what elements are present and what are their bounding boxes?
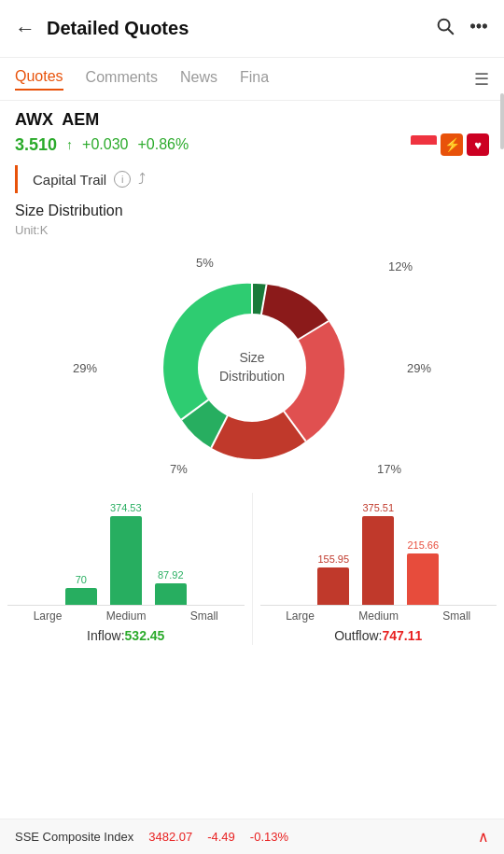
inflow-medium-bar (110, 516, 142, 605)
tab-news[interactable]: News (180, 69, 217, 90)
outflow-medium-value: 375.51 (362, 502, 394, 513)
header-icons (435, 16, 489, 42)
inflow-label-small: Small (190, 609, 218, 623)
back-button[interactable]: ← (15, 17, 35, 41)
bar-charts: 70 374.53 87.92 Large Medium Small Inflo… (0, 493, 504, 645)
info-icon[interactable]: i (114, 171, 131, 188)
inflow-bar-large: 70 (65, 574, 97, 605)
stock-change: +0.030 (82, 136, 128, 153)
unit-label: Unit:K (0, 221, 504, 237)
heart-icon: ♥ (467, 133, 489, 156)
inflow-medium-value: 374.53 (110, 502, 142, 513)
stock-change-pct: +0.86% (137, 136, 189, 153)
inflow-large-value: 70 (76, 574, 87, 585)
stock-arrow: ↑ (66, 137, 73, 152)
inflow-large-bar (65, 588, 97, 605)
inflow-label-medium: Medium (106, 609, 147, 623)
index-change-pct: -0.13% (250, 830, 288, 844)
pct-label-7: 7% (170, 462, 188, 476)
index-change: -4.49 (207, 830, 235, 844)
page-title: Detailed Quotes (47, 18, 435, 39)
inflow-small-value: 87.92 (158, 569, 184, 581)
bottom-index-bar: SSE Composite Index 3482.07 -4.49 -0.13%… (0, 819, 504, 854)
outflow-chart: 155.95 375.51 215.66 Large Medium Small … (260, 493, 497, 645)
scrollbar[interactable] (500, 93, 504, 149)
outflow-small-bar (407, 553, 439, 605)
stock-name: AWX AEM (15, 110, 489, 130)
more-icon[interactable] (469, 16, 489, 42)
outflow-label-large: Large (286, 609, 315, 623)
inflow-total: 532.45 (125, 628, 165, 643)
tab-quotes[interactable]: Quotes (15, 68, 63, 91)
inflow-labels: Large Medium Small (7, 606, 245, 623)
section-title: Size Distribution (0, 193, 504, 221)
capital-trail-label: Capital Trail (33, 172, 106, 188)
capital-trail: Capital Trail i ⤴ (15, 165, 489, 193)
outflow-label-small: Small (442, 609, 470, 623)
outflow-bar-small: 215.66 (407, 539, 439, 605)
outflow-small-value: 215.66 (407, 539, 439, 551)
outflow-large-value: 155.95 (317, 553, 349, 565)
outflow-medium-bar (362, 516, 394, 605)
inflow-small-bar (155, 583, 187, 605)
share-icon[interactable]: ⤴ (138, 171, 146, 188)
pct-label-5: 5% (196, 256, 214, 270)
inflow-chart: 70 374.53 87.92 Large Medium Small Inflo… (7, 493, 245, 645)
index-value: 3482.07 (148, 830, 192, 844)
pct-label-12: 12% (388, 259, 413, 273)
inflow-bar-small: 87.92 (155, 569, 187, 605)
index-name: SSE Composite Index (15, 830, 133, 844)
tab-comments[interactable]: Comments (86, 69, 158, 90)
outflow-summary: Outflow:747.11 (334, 626, 422, 645)
pct-label-right-29: 29% (407, 361, 431, 375)
search-icon[interactable] (435, 16, 455, 42)
stock-info: AWX AEM 3.510 ↑ +0.030 +0.86% ⚡ ♥ (0, 101, 504, 160)
outflow-bar-medium: 375.51 (362, 502, 394, 605)
svg-line-1 (448, 29, 453, 34)
pct-label-17: 17% (377, 462, 401, 476)
inflow-bar-medium: 374.53 (110, 502, 142, 605)
header: ← Detailed Quotes (0, 0, 504, 58)
tabs-more-icon[interactable]: ☰ (474, 69, 489, 90)
bolt-icon: ⚡ (441, 133, 463, 156)
donut-chart-area: 5% 12% 29% 17% 7% 29% (0, 237, 504, 489)
capital-trail-row: Capital Trail i ⤴ (0, 165, 504, 193)
tabs-bar: Quotes Comments News Fina ☰ (0, 58, 504, 101)
outflow-total: 747.11 (383, 628, 423, 643)
outflow-large-bar (317, 567, 349, 605)
flag-singapore (411, 135, 437, 154)
inflow-label-large: Large (34, 609, 63, 623)
stock-price: 3.510 (15, 135, 57, 155)
outflow-label-medium: Medium (358, 609, 399, 623)
pct-label-left-29: 29% (73, 361, 97, 375)
index-expand-icon[interactable]: ∧ (478, 828, 489, 846)
donut-chart: SizeDistribution (159, 274, 345, 461)
stock-price-row: 3.510 ↑ +0.030 +0.86% ⚡ ♥ (15, 133, 489, 156)
outflow-bar-large: 155.95 (317, 553, 349, 605)
inflow-summary: Inflow:532.45 (87, 626, 164, 645)
tab-fina[interactable]: Fina (240, 69, 269, 90)
stock-flags: ⚡ ♥ (411, 133, 489, 156)
outflow-labels: Large Medium Small (260, 606, 497, 623)
